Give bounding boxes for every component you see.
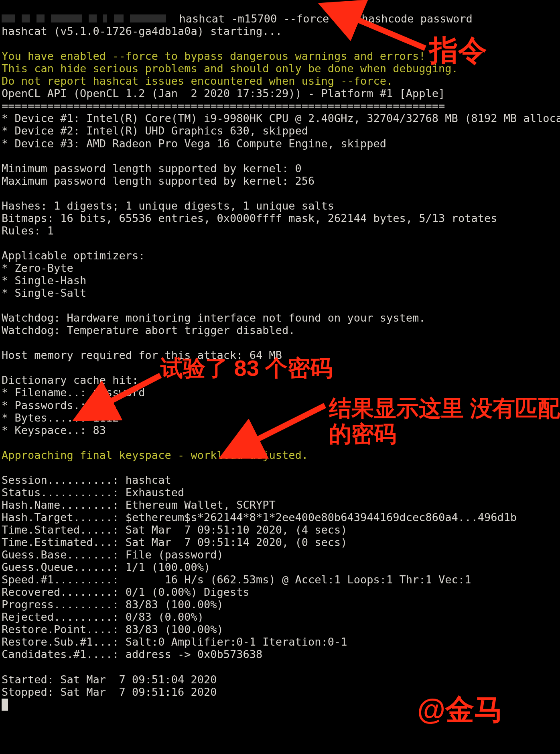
dict-keyspace: * Keyspace..: 83 bbox=[2, 424, 106, 436]
dict-passwords: * Passwords.: 83 bbox=[2, 399, 106, 412]
redacted-segment bbox=[2, 14, 15, 22]
guess-base-line: Guess.Base.......: File (password) bbox=[2, 548, 223, 561]
bitmaps-line: Bitmaps: 16 bits, 65536 entries, 0x0000f… bbox=[2, 212, 497, 224]
optimizer-single-salt: * Single-Salt bbox=[2, 287, 86, 299]
approaching-keyspace: Approaching final keyspace - workload ad… bbox=[2, 449, 308, 461]
watchdog-2: Watchdog: Temperature abort trigger disa… bbox=[2, 324, 295, 336]
redacted-segment bbox=[103, 14, 107, 22]
restore-point-line: Restore.Point....: 83/83 (100.00%) bbox=[2, 623, 223, 636]
status-line: Status...........: Exhausted bbox=[2, 486, 184, 499]
applicable-optimizers: Applicable optimizers: bbox=[2, 249, 145, 262]
device-2: * Device #2: Intel(R) UHD Graphics 630, … bbox=[2, 124, 308, 137]
redacted-segment bbox=[89, 14, 97, 22]
restore-sub-line: Restore.Sub.#1...: Salt:0 Amplifier:0-1 … bbox=[2, 636, 347, 648]
redacted-prompt bbox=[2, 12, 172, 25]
redacted-segment bbox=[22, 14, 30, 22]
optimizer-single-hash: * Single-Hash bbox=[2, 274, 86, 287]
hashes-line: Hashes: 1 digests; 1 unique digests, 1 u… bbox=[2, 200, 334, 212]
time-started-line: Time.Started.....: Sat Mar 7 09:51:10 20… bbox=[2, 524, 347, 536]
stopped-line: Stopped: Sat Mar 7 09:51:16 2020 bbox=[2, 686, 217, 698]
force-warning-3: Do not report hashcat issues encountered… bbox=[2, 75, 393, 87]
session-line: Session..........: hashcat bbox=[2, 474, 171, 486]
rejected-line: Rejected.........: 0/83 (0.00%) bbox=[2, 611, 204, 623]
opencl-divider: ========================================… bbox=[2, 100, 445, 112]
max-password-length: Maximum password length supported by ker… bbox=[2, 175, 314, 187]
terminal-output: hashcat -m15700 --force -D1 hashcode pas… bbox=[0, 0, 560, 711]
device-3: * Device #3: AMD Radeon Pro Vega 16 Comp… bbox=[2, 137, 386, 150]
dict-bytes: * Bytes.....: 1112 bbox=[2, 412, 119, 424]
command-line: hashcat -m15700 --force -D1 hashcode pas… bbox=[172, 12, 473, 25]
started-line: Started: Sat Mar 7 09:51:04 2020 bbox=[2, 673, 217, 686]
time-estimated-line: Time.Estimated...: Sat Mar 7 09:51:14 20… bbox=[2, 536, 347, 548]
dict-filename: * Filename..: password bbox=[2, 386, 145, 399]
opencl-header: OpenCL API (OpenCL 1.2 (Jan 2 2020 17:35… bbox=[2, 87, 445, 100]
redacted-segment bbox=[114, 14, 124, 22]
optimizer-zero-byte: * Zero-Byte bbox=[2, 262, 73, 274]
candidates-line: Candidates.#1....: address -> 0x0b573638 bbox=[2, 648, 262, 660]
hash-target-line: Hash.Target......: $ethereum$s*262144*8*… bbox=[2, 511, 517, 524]
recovered-line: Recovered........: 0/1 (0.00%) Digests bbox=[2, 586, 250, 598]
dict-cache-hit: Dictionary cache hit: bbox=[2, 374, 138, 386]
speed-line: Speed.#1.........: 16 H/s (662.53ms) @ A… bbox=[2, 573, 471, 586]
progress-line: Progress.........: 83/83 (100.00%) bbox=[2, 598, 223, 611]
rules-line: Rules: 1 bbox=[2, 224, 54, 237]
guess-queue-line: Guess.Queue......: 1/1 (100.00%) bbox=[2, 561, 210, 573]
terminal-cursor bbox=[2, 699, 8, 711]
device-1: * Device #1: Intel(R) Core(TM) i9-9980HK… bbox=[2, 112, 560, 124]
watchdog-1: Watchdog: Hardware monitoring interface … bbox=[2, 312, 426, 324]
hash-name-line: Hash.Name........: Ethereum Wallet, SCRY… bbox=[2, 499, 276, 511]
force-warning-1: You have enabled --force to bypass dange… bbox=[2, 50, 426, 62]
redacted-segment bbox=[130, 14, 166, 22]
host-memory: Host memory required for this attack: 64… bbox=[2, 349, 282, 361]
startup-line: hashcat (v5.1.0-1726-ga4db1a0a) starting… bbox=[2, 25, 282, 37]
redacted-segment bbox=[51, 14, 82, 22]
redacted-segment bbox=[37, 14, 45, 22]
force-warning-2: This can hide serious problems and shoul… bbox=[2, 62, 458, 75]
min-password-length: Minimum password length supported by ker… bbox=[2, 162, 302, 175]
